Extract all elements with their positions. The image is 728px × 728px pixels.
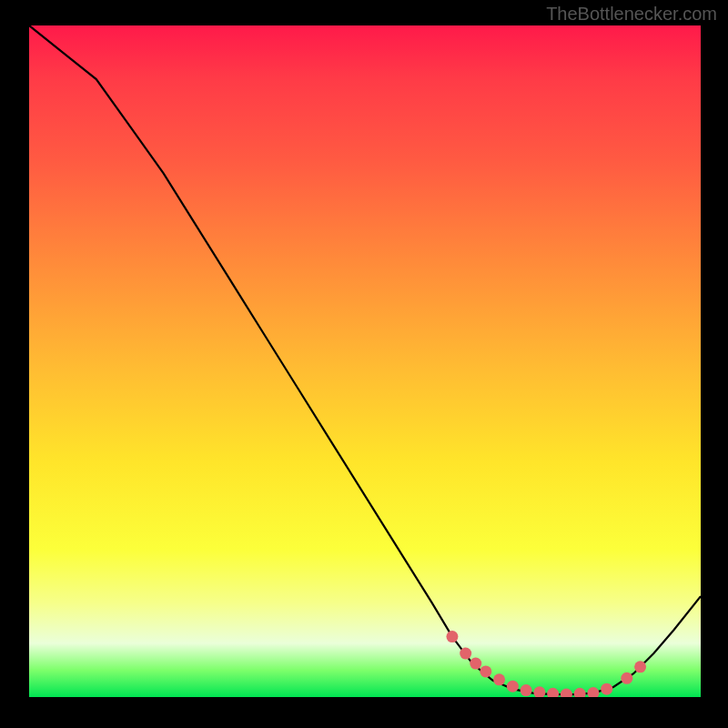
highlight-dot <box>480 665 491 677</box>
highlight-dot <box>601 683 612 695</box>
highlight-dot <box>460 648 471 660</box>
highlight-dot <box>446 631 458 642</box>
highlight-dot <box>533 686 545 697</box>
highlight-dot <box>574 688 586 697</box>
bottleneck-curve <box>29 25 701 694</box>
chart-container: TheBottlenecker.com <box>0 0 728 728</box>
plot-area <box>29 25 701 697</box>
highlight-dot <box>634 661 646 672</box>
attribution-text: TheBottlenecker.com <box>546 4 717 25</box>
highlight-dot <box>547 688 559 697</box>
highlight-dot <box>621 672 632 684</box>
highlight-dot <box>587 687 599 697</box>
highlight-dot <box>493 673 505 685</box>
chart-svg <box>29 25 701 697</box>
highlight-dot <box>470 658 481 670</box>
highlight-dot <box>561 689 572 697</box>
highlight-dot <box>507 681 519 693</box>
highlight-dots <box>446 631 646 697</box>
highlight-dot <box>521 684 532 696</box>
